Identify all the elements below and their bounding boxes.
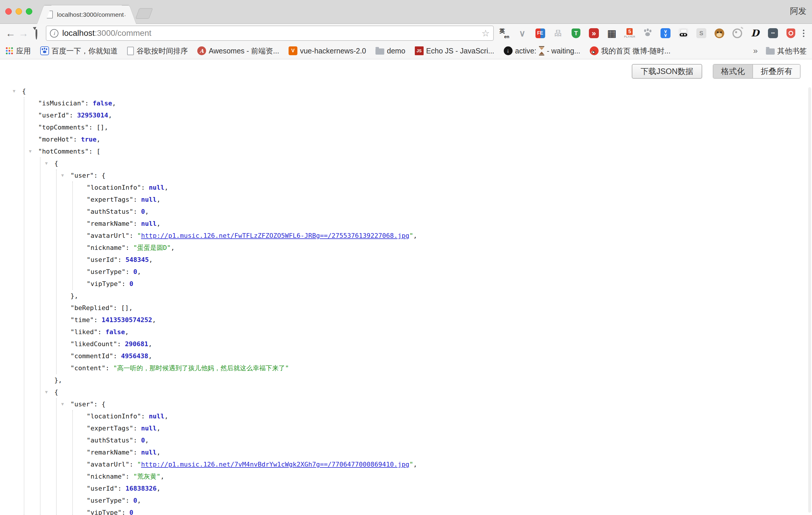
avatar-url-link[interactable]: http://p1.music.126.net/FwTFLzZFZOZO5WFL… (141, 232, 409, 239)
collapse-arrow-icon[interactable]: ▼ (43, 158, 50, 169)
double-chevron-extension-icon[interactable]: ∨∨ (660, 27, 671, 39)
tab-close-button[interactable]: × (124, 10, 128, 19)
json-line: "locationInfo": null, (0, 181, 812, 194)
monkey-extension-icon[interactable] (713, 27, 725, 39)
collapse-all-button[interactable]: 折叠所有 (753, 65, 800, 78)
json-token: : (121, 509, 129, 515)
json-token: : (94, 316, 102, 323)
json-token: "authStatus" (87, 437, 133, 444)
json-token: : (125, 268, 133, 276)
mask-extension-icon[interactable] (677, 27, 689, 39)
json-token: : [ (89, 148, 100, 155)
bookmark-item[interactable]: 谷歌按时间排序 (127, 46, 188, 56)
traffic-lights (5, 8, 32, 15)
folder-icon (766, 49, 775, 55)
json-token: : [], (89, 124, 108, 131)
json-line: "time": 1413530574252, (0, 314, 812, 326)
json-line: "isMusician": false, (0, 97, 812, 109)
json-token: , (160, 473, 164, 480)
qr-code-extension-icon[interactable]: ▦ (606, 27, 618, 39)
json-token: "userId" (87, 485, 118, 492)
translate-glyphs: 英en (499, 28, 510, 38)
bookmark-item[interactable]: demo (375, 47, 405, 55)
paw-extension-icon[interactable] (642, 27, 654, 39)
close-window-button[interactable] (5, 8, 12, 15)
format-button[interactable]: 格式化 (713, 65, 753, 78)
json-token: , (149, 256, 153, 263)
bookmark-item[interactable]: JSEcho JS - JavaScri... (415, 47, 494, 55)
json-line: "content": "高一听的，那时候遇到了孩儿他妈，然后就这么幸福下来了" (0, 362, 812, 374)
bookmark-item[interactable]: AAwesomes - 前端资... (197, 46, 279, 56)
zoom-window-button[interactable] (26, 8, 32, 15)
json-token: , (108, 112, 112, 119)
json-token: : (141, 412, 149, 420)
json-token: 0 (129, 509, 133, 515)
json-token: { (54, 389, 58, 396)
new-tab-button[interactable] (135, 8, 153, 19)
minimize-window-button[interactable] (16, 8, 22, 15)
json-token: null (141, 449, 156, 456)
json-token: "user" (70, 172, 94, 179)
json-token: , (96, 136, 100, 143)
json-token: , (137, 268, 141, 276)
bookmark-star-icon[interactable]: ☆ (482, 28, 490, 39)
json-token: 548345 (125, 256, 149, 263)
back-button[interactable]: ← (4, 24, 17, 42)
json-token: " (409, 232, 413, 239)
fe-extension-icon[interactable]: FE (534, 27, 546, 39)
json-token: "nickname" (87, 473, 125, 480)
json-line: "expertTags": null, (0, 422, 812, 434)
translate-extension-icon[interactable]: 英en (498, 27, 510, 39)
bookmarks-overflow-chevron[interactable]: » (753, 46, 758, 56)
bookmark-item[interactable]: 我的首页 微博-随时... (590, 46, 670, 56)
page-content: 下载JSON数据 格式化 折叠所有 ▼{"isMusician": false,… (0, 59, 812, 515)
json-token: "locationInfo" (87, 184, 141, 191)
other-bookmarks-folder[interactable]: 其他书签 (766, 46, 807, 56)
collapse-arrow-icon[interactable]: ▼ (43, 386, 50, 398)
navigation-toolbar: ← → localhost:3000/comment ☆ 英en∨FE品T»▦5… (0, 24, 812, 42)
json-line: "avatarUrl": "http://p1.music.126.net/7v… (0, 458, 812, 470)
collapse-arrow-icon[interactable]: ▼ (27, 145, 33, 158)
json-line: "moreHot": true, (0, 133, 812, 145)
collapse-arrow-icon[interactable]: ▼ (11, 85, 17, 97)
tampermonkey-extension-icon[interactable]: T (570, 27, 582, 39)
reload-icon (35, 27, 37, 40)
avatar-url-link[interactable]: http://p1.music.126.net/7vM4nvBdrYw1cWgk… (141, 461, 409, 468)
browser-menu-button[interactable] (799, 30, 809, 37)
json-token: "isMusician" (38, 99, 85, 107)
s-extension-icon[interactable]: S (695, 27, 707, 39)
site-info-icon[interactable] (50, 29, 58, 37)
sitemap-extension-icon[interactable]: 品 (552, 27, 564, 39)
url-text[interactable]: localhost:3000/comment (62, 28, 151, 38)
bookmark-item[interactable]: Vvue-hackernews-2.0 (289, 47, 366, 55)
json-token: : (133, 425, 141, 432)
json-token: "user" (70, 400, 94, 408)
address-bar[interactable]: localhost:3000/comment ☆ (46, 26, 494, 41)
html5-player-extension-icon[interactable]: 5PLAYER (624, 27, 636, 39)
collapse-arrow-icon[interactable]: ▼ (59, 398, 66, 410)
folder-icon (375, 49, 384, 55)
json-line: "userType": 0, (0, 266, 812, 278)
d-script-extension-icon[interactable]: D (749, 27, 761, 39)
collapse-arrow-icon[interactable]: ▼ (59, 169, 66, 181)
bookmark-item[interactable]: 应用 (5, 46, 31, 56)
json-token: 0 (141, 208, 145, 215)
json-token: : (113, 352, 121, 360)
json-token: null (149, 412, 165, 420)
bookmark-item[interactable]: 百度一下，你就知道 (40, 46, 118, 56)
vue-devtools-extension-icon[interactable]: ∨ (516, 27, 528, 39)
json-token: : (129, 232, 137, 239)
browser-tab[interactable]: localhost:3000/comment × (44, 5, 129, 24)
dots-extension-icon[interactable]: ••• (767, 27, 779, 39)
download-json-button[interactable]: 下载JSON数据 (632, 64, 702, 79)
fast-forward-extension-icon[interactable]: » (588, 27, 600, 39)
scrollbar[interactable] (808, 87, 811, 513)
reload-button[interactable] (30, 24, 43, 42)
json-token: : (69, 112, 77, 119)
profile-name[interactable]: 阿发 (790, 0, 806, 22)
json-token: }, (70, 292, 78, 299)
red-shield-extension-icon[interactable] (785, 27, 797, 39)
weibo-gray-extension-icon[interactable] (731, 27, 743, 39)
json-token: "nickname" (87, 244, 125, 251)
bookmark-item[interactable]: ↓active:- waiting... (504, 46, 580, 56)
